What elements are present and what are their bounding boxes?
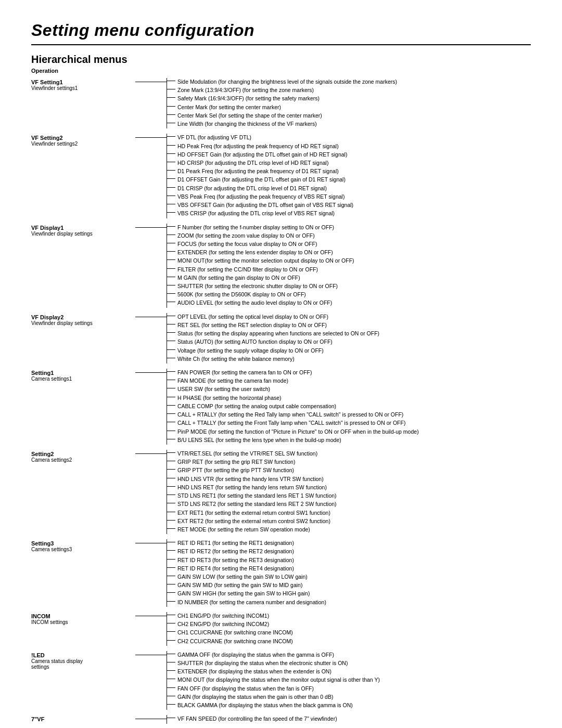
tick-connector [167,103,177,107]
tick-connector [167,458,177,461]
menu-group: 7"VFVF FAN SPEED (for controlling the fa… [31,715,531,723]
menu-group: Setting1Camera settings1FAN POWER (for s… [31,369,531,445]
tick-connector [167,556,177,560]
list-item: BLACK GAMMA (for displaying the status w… [167,701,531,709]
title-divider [31,44,531,45]
connector-line [135,369,167,373]
list-item: F Number (for setting the f-number displ… [167,224,531,231]
list-item: MONI OUT(for setting the monitor selecti… [167,257,531,265]
connector-line [135,651,167,655]
tick-connector [167,240,177,243]
tick-connector [167,266,177,269]
tick-connector [167,159,177,162]
tick-connector [167,299,177,302]
tick-connector [167,274,177,277]
menu-group-label: Setting2Camera settings2 [31,450,135,463]
item-text: RET ID RET2 (for setting the RET2 design… [177,548,294,555]
menu-group: !LEDCamera status display settingsGAMMA … [31,651,531,710]
menu-sub: Camera settings1 [31,376,72,382]
item-text: RET ID RET1 (for setting the RET1 design… [177,539,294,547]
menu-group-label: VF Setting2Viewfinder settings2 [31,134,135,147]
menu-name: Setting1 [31,370,54,376]
item-text: Status (for setting the display appearin… [177,330,379,337]
tick-connector [167,330,177,333]
tick-connector [167,475,177,478]
item-text: EXTENDER (for setting the lens extender … [177,249,333,256]
item-text: Voltage (for setting the supply voltage … [177,347,324,355]
tick-connector [167,321,177,324]
menu-items-container: Side Modulation (for changing the bright… [167,78,531,128]
list-item: HD CRISP (for adjusting the DTL crisp le… [167,159,531,167]
tick-connector [167,369,177,372]
tick-connector [167,428,177,431]
menu-items-container: F Number (for setting the f-number displ… [167,224,531,308]
tick-connector [167,492,177,495]
tick-connector [167,659,177,662]
item-text: GRIP RET (for setting the grip RET SW fu… [177,458,295,466]
connector-line [135,78,167,82]
tick-connector [167,509,177,512]
tick-connector [167,282,177,285]
tick-connector [167,590,177,593]
item-text: F Number (for setting the f-number displ… [177,224,334,231]
item-text: VF FAN SPEED (for controlling the fan sp… [177,715,337,723]
menu-name: VF Setting1 [31,79,63,85]
tick-connector [167,224,177,227]
menu-group: Setting2Camera settings2VTR/RET.SEL (for… [31,450,531,534]
tick-connector [167,185,177,188]
item-text: FAN MODE (for setting the camera fan mod… [177,377,288,385]
connector-line [135,224,167,228]
menu-sub: Viewfinder display settings [31,231,93,237]
list-item: GAIN (for displaying the status when the… [167,693,531,701]
list-item: RET ID RET2 (for setting the RET2 design… [167,548,531,555]
menu-group-label: VF Display2Viewfinder display settings [31,313,135,326]
item-text: CALL + TTALLY (for setting the Front Tal… [177,419,405,427]
menu-sub: INCOM settings [31,619,68,625]
item-text: CH2 ENG/PD (for switching INCOM2) [177,620,269,628]
item-text: Center Mark Sel (for setting the shape o… [177,112,322,120]
menu-items-container: VF FAN SPEED (for controlling the fan sp… [167,715,531,723]
connector-line [135,612,167,616]
menu-group-label: VF Setting1Viewfinder settings1 [31,78,135,91]
tick-connector [167,232,177,235]
list-item: CH2 CCU/CRANE (for switching crane INCOM… [167,638,531,645]
list-item: Status (for setting the display appearin… [167,330,531,337]
menu-tree: VF Setting1Viewfinder settings1Side Modu… [31,78,531,728]
tick-connector [167,715,177,718]
item-text: BLACK GAMMA (for displaying the status w… [177,701,353,709]
list-item: GAIN SW MID (for setting the gain SW to … [167,581,531,589]
menu-group-label: 7"VF [31,715,135,722]
list-item: RET ID RET4 (for setting the RET4 design… [167,565,531,573]
tick-connector [167,548,177,551]
menu-name: INCOM [31,613,50,619]
connector-line [135,134,167,138]
list-item: RET ID RET3 (for setting the RET3 design… [167,556,531,564]
item-text: D1 CRISP (for adjusting the DTL crisp le… [177,185,327,192]
list-item: GAIN SW HIGH (for setting the gain SW to… [167,590,531,597]
tick-connector [167,500,177,503]
tick-connector [167,450,177,453]
item-text: VTR/RET.SEL (for setting the VTR/RET SEL… [177,450,317,458]
item-text: GAIN SW LOW (for setting the gain SW to … [177,573,308,581]
menu-group: INCOMINCOM settingsCH1 ENG/PD (for switc… [31,612,531,646]
menu-group-label: Setting3Camera settings3 [31,539,135,552]
tick-connector [167,651,177,654]
item-text: HND LNS VTR (for setting the handy lens … [177,475,324,483]
item-text: M GAIN (for setting the gain display to … [177,274,300,282]
list-item: VBS Peak Freq (for adjusting the peak fr… [167,193,531,201]
item-text: RET ID RET3 (for setting the RET3 design… [177,556,294,564]
list-item: Voltage (for setting the supply voltage … [167,347,531,355]
tick-connector [167,377,177,380]
list-item: Safety Mark (16:9/4:3/OFF) (for setting … [167,95,531,102]
list-item: FOCUS (for setting the focus value displ… [167,240,531,248]
list-item: EXTENDER (for displaying the status when… [167,668,531,675]
tick-connector [167,565,177,568]
item-text: HD OFFSET Gain (for adjusting the DTL of… [177,151,347,159]
list-item: CH1 ENG/PD (for switching INCOM1) [167,612,531,620]
item-text: SHUTTER (for setting the electronic shut… [177,282,338,290]
tick-connector [167,411,177,414]
tick-connector [167,419,177,422]
item-text: STD LNS RET2 (for setting the standard l… [177,500,337,508]
list-item: D1 CRISP (for adjusting the DTL crisp le… [167,185,531,192]
item-text: MONI OUT(for setting the monitor selecti… [177,257,354,265]
